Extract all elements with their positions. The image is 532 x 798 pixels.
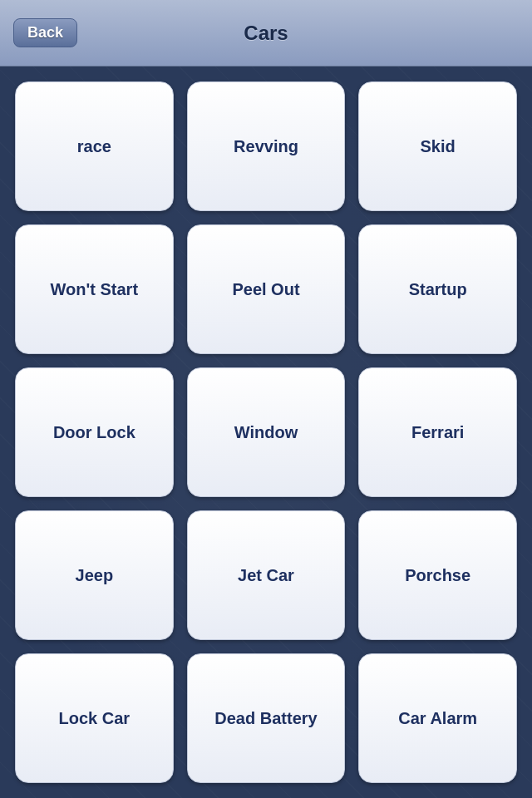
grid-item-label-wont-start: Won't Start (44, 273, 145, 306)
grid-item-wont-start[interactable]: Won't Start (15, 224, 174, 354)
grid-item-door-lock[interactable]: Door Lock (15, 367, 174, 497)
grid-item-label-window: Window (228, 416, 304, 449)
grid-item-startup[interactable]: Startup (358, 224, 517, 354)
grid-item-label-jet-car: Jet Car (231, 559, 301, 592)
grid-item-race[interactable]: race (15, 81, 174, 211)
grid-item-label-skid: Skid (414, 131, 462, 163)
grid-item-ferrari[interactable]: Ferrari (358, 367, 517, 497)
grid-item-label-car-alarm: Car Alarm (392, 702, 484, 735)
grid-item-peel-out[interactable]: Peel Out (187, 224, 346, 354)
grid-item-jet-car[interactable]: Jet Car (187, 510, 346, 640)
grid-item-label-lock-car: Lock Car (52, 702, 137, 735)
grid-item-label-startup: Startup (402, 273, 474, 306)
grid-item-window[interactable]: Window (187, 367, 346, 497)
grid-item-dead-battery[interactable]: Dead Battery (187, 653, 346, 783)
grid-item-label-porchse: Porchse (398, 559, 477, 592)
grid-item-label-ferrari: Ferrari (405, 416, 470, 449)
grid-item-label-race: race (71, 131, 118, 163)
grid-item-porchse[interactable]: Porchse (358, 510, 517, 640)
grid-item-label-dead-battery: Dead Battery (208, 702, 323, 735)
grid-item-lock-car[interactable]: Lock Car (15, 653, 174, 783)
back-button[interactable]: Back (13, 18, 77, 47)
grid-item-label-jeep: Jeep (69, 559, 121, 592)
grid-item-label-revving: Revving (227, 131, 305, 163)
grid-item-skid[interactable]: Skid (358, 81, 517, 211)
grid-container: raceRevvingSkidWon't StartPeel OutStartu… (0, 66, 532, 798)
page-title: Cars (244, 22, 288, 45)
grid-item-jeep[interactable]: Jeep (15, 510, 174, 640)
grid-item-car-alarm[interactable]: Car Alarm (358, 653, 517, 783)
grid-item-revving[interactable]: Revving (187, 81, 346, 211)
grid-item-label-peel-out: Peel Out (225, 273, 306, 306)
header: Back Cars (0, 0, 532, 66)
grid-item-label-door-lock: Door Lock (47, 416, 142, 449)
